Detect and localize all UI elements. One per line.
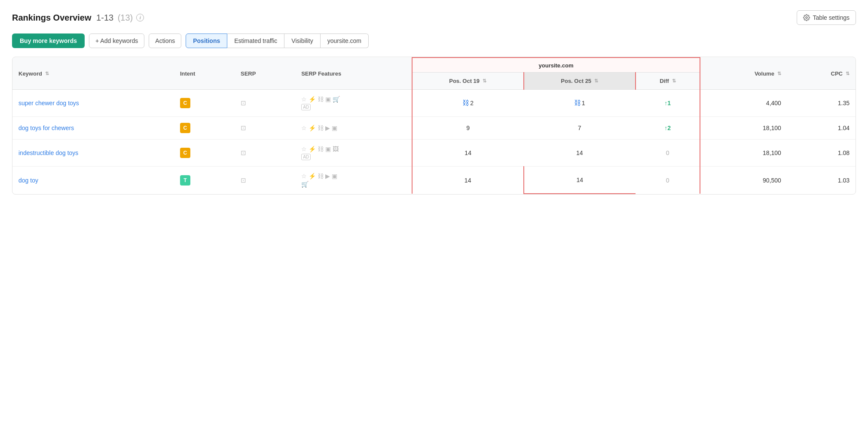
- col-pos-oct19[interactable]: Pos. Oct 19 ⇅: [412, 73, 524, 90]
- pos-oct19-sort-icon: ⇅: [483, 78, 486, 84]
- link-icon: ⛓: [318, 146, 324, 152]
- square2-icon: ▣: [325, 146, 331, 152]
- keyword-sort-icon: ⇅: [45, 71, 49, 76]
- tab-visibility[interactable]: Visibility: [284, 33, 320, 48]
- pos-oct19-value: 14: [465, 177, 471, 184]
- serp-preview-icon[interactable]: ⊡: [241, 124, 246, 131]
- pos-oct19-cell: ⛓2: [412, 90, 524, 117]
- link-icon: ⛓: [318, 173, 324, 179]
- chain-icon: ⛓: [462, 99, 469, 106]
- tab-yoursite[interactable]: yoursite.com: [321, 33, 369, 48]
- header-row: Rankings Overview 1-13 (13) i Table sett…: [12, 10, 856, 25]
- info-icon[interactable]: i: [136, 14, 144, 21]
- tab-estimated-traffic[interactable]: Estimated traffic: [227, 33, 284, 48]
- cpc-value: 1.04: [838, 125, 850, 131]
- video-icon: ▶: [325, 173, 330, 179]
- serp-features: ☆⚡⛓▣🛒AD: [301, 96, 406, 110]
- serp-preview-icon[interactable]: ⊡: [241, 99, 246, 106]
- bolt-icon: ⚡: [309, 125, 316, 131]
- cpc-cell: 1.03: [787, 167, 856, 194]
- pos-oct25-cell: 14: [524, 167, 636, 194]
- cpc-cell: 1.08: [787, 140, 856, 167]
- volume-cell: 18,100: [700, 117, 787, 140]
- link-icon: ⛓: [318, 125, 324, 131]
- volume-cell: 4,400: [700, 90, 787, 117]
- star-icon: ☆: [301, 146, 307, 152]
- cart-icon: 🛒: [301, 181, 309, 188]
- keyword-link[interactable]: dog toys for chewers: [18, 125, 74, 131]
- toolbar: Buy more keywords + Add keywords Actions…: [12, 33, 856, 48]
- keyword-link[interactable]: indestructible dog toys: [18, 149, 78, 156]
- col-pos-oct25[interactable]: Pos. Oct 25 ⇅: [524, 73, 636, 90]
- keyword-cell: dog toy: [12, 167, 174, 194]
- pos-oct25-cell: ⛓1: [524, 90, 636, 117]
- table-header-row-top: Keyword ⇅ Intent SERP SERP Features y: [12, 58, 856, 73]
- buy-keywords-button[interactable]: Buy more keywords: [12, 33, 85, 48]
- star-icon: ☆: [301, 96, 307, 103]
- serp-features: ☆⚡⛓▶▣: [301, 125, 406, 131]
- serp-features-cell: ☆⚡⛓▣🖼AD: [295, 140, 412, 167]
- diff-value: 0: [666, 149, 669, 156]
- serp-preview-icon[interactable]: ⊡: [241, 149, 246, 156]
- chain-icon-25: ⛓: [574, 99, 581, 106]
- table-row: dog toys for chewers C ⊡ ☆⚡⛓▶▣ 9 7 ↑2 18…: [12, 117, 856, 140]
- serp-features: ☆⚡⛓▶▣🛒: [301, 173, 406, 188]
- svg-point-0: [806, 17, 807, 18]
- volume-value: 90,500: [763, 177, 781, 184]
- ad-icon: AD: [301, 104, 311, 110]
- pos-oct19-cell: 14: [412, 167, 524, 194]
- cpc-cell: 1.04: [787, 117, 856, 140]
- table-row: indestructible dog toys C ⊡ ☆⚡⛓▣🖼AD 14 1…: [12, 140, 856, 167]
- col-keyword[interactable]: Keyword ⇅: [12, 58, 174, 90]
- keyword-link[interactable]: super chewer dog toys: [18, 100, 79, 106]
- bolt-icon: ⚡: [309, 146, 316, 152]
- add-keywords-button[interactable]: + Add keywords: [89, 33, 144, 48]
- intent-cell: C: [174, 140, 235, 167]
- pos-oct25-value: 14: [576, 176, 583, 183]
- intent-cell: C: [174, 90, 235, 117]
- diff-cell: ↑2: [636, 117, 700, 140]
- pos-oct25-cell: 14: [524, 140, 636, 167]
- gear-icon: [803, 14, 810, 21]
- serp-features: ☆⚡⛓▣🖼AD: [301, 146, 406, 160]
- serp-cell: ⊡: [235, 140, 295, 167]
- view-tabs: Positions Estimated traffic Visibility y…: [186, 33, 369, 48]
- serp-features-cell: ☆⚡⛓▶▣🛒: [295, 167, 412, 194]
- col-volume[interactable]: Volume ⇅: [700, 58, 787, 90]
- col-intent: Intent: [174, 58, 235, 90]
- rankings-table: Keyword ⇅ Intent SERP SERP Features y: [12, 57, 856, 194]
- square2-icon: ▣: [332, 125, 337, 131]
- volume-cell: 18,100: [700, 140, 787, 167]
- volume-cell: 90,500: [700, 167, 787, 194]
- volume-value: 18,100: [763, 125, 781, 131]
- intent-cell: T: [174, 167, 235, 194]
- pos-oct19-value: 9: [466, 125, 470, 131]
- cpc-value: 1.08: [838, 149, 850, 156]
- col-cpc[interactable]: CPC ⇅: [787, 58, 856, 90]
- pos-oct25-value: 14: [576, 149, 583, 156]
- serp-preview-icon[interactable]: ⊡: [241, 176, 246, 184]
- table-row: dog toy T ⊡ ☆⚡⛓▶▣🛒 14 14 0 90,500 1.03: [12, 167, 856, 194]
- volume-sort-icon: ⇅: [777, 71, 781, 76]
- tab-positions[interactable]: Positions: [186, 33, 227, 48]
- intent-badge: C: [180, 148, 190, 158]
- intent-badge: T: [180, 175, 190, 186]
- title-area: Rankings Overview 1-13 (13) i: [12, 13, 144, 23]
- image-icon: 🖼: [333, 146, 339, 152]
- serp-cell: ⊡: [235, 167, 295, 194]
- page-title: Rankings Overview 1-13 (13): [12, 13, 133, 23]
- table-settings-button[interactable]: Table settings: [797, 10, 856, 25]
- pos-oct25-cell: 7: [524, 117, 636, 140]
- title-range: 1-13: [96, 13, 113, 22]
- intent-badge: C: [180, 98, 190, 108]
- keyword-link[interactable]: dog toy: [18, 177, 38, 184]
- rankings-table-wrapper: Keyword ⇅ Intent SERP SERP Features y: [12, 57, 856, 195]
- square2-icon: ▣: [332, 173, 337, 179]
- star-icon: ☆: [301, 173, 307, 179]
- actions-button[interactable]: Actions: [149, 33, 181, 48]
- col-diff[interactable]: Diff ⇅: [636, 73, 700, 90]
- pos-oct19-value: 2: [470, 100, 474, 106]
- serp-features-cell: ☆⚡⛓▣🛒AD: [295, 90, 412, 117]
- table-settings-label: Table settings: [813, 14, 850, 21]
- pos-oct19-cell: 14: [412, 140, 524, 167]
